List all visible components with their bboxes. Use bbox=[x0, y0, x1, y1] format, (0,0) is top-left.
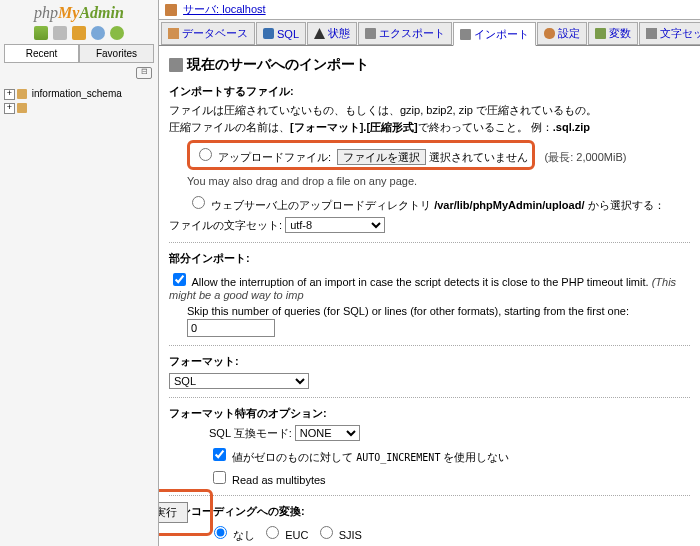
allow-interrupt-checkbox[interactable] bbox=[173, 273, 186, 286]
tab-status[interactable]: 状態 bbox=[307, 22, 357, 45]
compat-select[interactable]: NONE bbox=[295, 425, 360, 441]
page-title: 現在のサーバへのインポート bbox=[169, 56, 690, 74]
enc-euc-radio[interactable] bbox=[266, 526, 279, 539]
tab-settings[interactable]: 設定 bbox=[537, 22, 587, 45]
breadcrumb: サーバ: localhost bbox=[159, 0, 700, 20]
compat-label: SQL 互換モード: bbox=[209, 427, 292, 439]
tree-item[interactable]: + information_schema bbox=[4, 87, 156, 101]
drag-note: You may also drag and drop a file on any… bbox=[187, 174, 690, 189]
format-select[interactable]: SQL bbox=[169, 373, 309, 389]
charset-icon bbox=[646, 28, 657, 39]
export-icon bbox=[365, 28, 376, 39]
database-icon bbox=[168, 28, 179, 39]
autoinc-checkbox[interactable] bbox=[213, 448, 226, 461]
logout-icon[interactable] bbox=[53, 26, 67, 40]
database-icon bbox=[17, 103, 27, 113]
status-icon bbox=[314, 28, 325, 39]
tab-vars[interactable]: 変数 bbox=[588, 22, 638, 45]
highlight-submit: 実行 bbox=[159, 489, 213, 536]
db-name: information_schema bbox=[32, 88, 122, 99]
home-icon[interactable] bbox=[34, 26, 48, 40]
multibyte-checkbox[interactable] bbox=[213, 471, 226, 484]
choose-file-button[interactable]: ファイルを選択 bbox=[337, 149, 426, 165]
max-size: (最長: 2,000MiB) bbox=[544, 151, 626, 163]
settings-icon bbox=[544, 28, 555, 39]
format-label: フォーマット: bbox=[169, 354, 690, 369]
format-opts-label: フォーマット特有のオプション: bbox=[169, 406, 690, 421]
file-desc2: 圧縮ファイルの名前は、[フォーマット].[圧縮形式]で終わっていること。 例：.… bbox=[169, 120, 690, 135]
multibyte-label: Read as multibytes bbox=[232, 474, 326, 486]
help-icon[interactable] bbox=[91, 26, 105, 40]
import-icon bbox=[169, 58, 183, 72]
upload-label: アップロードファイル: bbox=[218, 151, 331, 163]
logo: phpMyAdmin bbox=[0, 0, 158, 24]
enc-none-radio[interactable] bbox=[214, 526, 227, 539]
submit-button[interactable]: 実行 bbox=[159, 502, 188, 523]
tab-charset[interactable]: 文字セット bbox=[639, 22, 700, 45]
vars-icon bbox=[595, 28, 606, 39]
server-icon bbox=[165, 4, 177, 16]
enc-sjis-radio[interactable] bbox=[320, 526, 333, 539]
sql-icon bbox=[263, 28, 274, 39]
charset-select[interactable]: utf-8 bbox=[285, 217, 385, 233]
upload-radio[interactable] bbox=[199, 148, 212, 161]
autoinc-label: 値がゼロのものに対して AUTO_INCREMENT を使用しない bbox=[232, 451, 509, 463]
tab-export[interactable]: エクスポート bbox=[358, 22, 452, 45]
encoding-label: エンコーディングへの変換: bbox=[169, 504, 690, 519]
skip-input[interactable] bbox=[187, 319, 275, 337]
database-icon bbox=[17, 89, 27, 99]
nav-tab-recent[interactable]: Recent bbox=[4, 44, 79, 62]
reload-icon[interactable] bbox=[110, 26, 124, 40]
serverdir-radio[interactable] bbox=[192, 196, 205, 209]
expand-icon[interactable]: + bbox=[4, 103, 15, 114]
collapse-icon[interactable]: ⊟ bbox=[136, 67, 152, 79]
serverdir-label: ウェブサーバ上のアップロードディレクトリ /var/lib/phpMyAdmin… bbox=[211, 199, 664, 211]
tab-import[interactable]: インポート bbox=[453, 22, 536, 46]
allow-text: Allow the interruption of an import in c… bbox=[191, 276, 648, 288]
charset-row: ファイルの文字セット: utf-8 bbox=[169, 217, 690, 233]
skip-label: Skip this number of queries (for SQL) or… bbox=[187, 305, 629, 317]
tab-bar: データベース SQL 状態 エクスポート インポート 設定 変数 文字セット エ… bbox=[159, 20, 700, 46]
file-desc: ファイルは圧縮されていないもの、もしくは、gzip, bzip2, zip で圧… bbox=[169, 103, 690, 118]
tab-databases[interactable]: データベース bbox=[161, 22, 255, 45]
import-icon bbox=[460, 29, 471, 40]
partial-label: 部分インポート: bbox=[169, 251, 690, 266]
tab-sql[interactable]: SQL bbox=[256, 22, 306, 45]
tree-item[interactable]: + bbox=[4, 101, 156, 115]
server-link[interactable]: サーバ: localhost bbox=[183, 3, 266, 15]
file-section-label: インポートするファイル: bbox=[169, 84, 690, 99]
nav-tab-favorites[interactable]: Favorites bbox=[79, 44, 154, 62]
query-icon[interactable] bbox=[72, 26, 86, 40]
highlight-upload: アップロードファイル: ファイルを選択 選択されていません bbox=[187, 140, 535, 170]
no-file-text: 選択されていません bbox=[429, 151, 528, 163]
expand-icon[interactable]: + bbox=[4, 89, 15, 100]
